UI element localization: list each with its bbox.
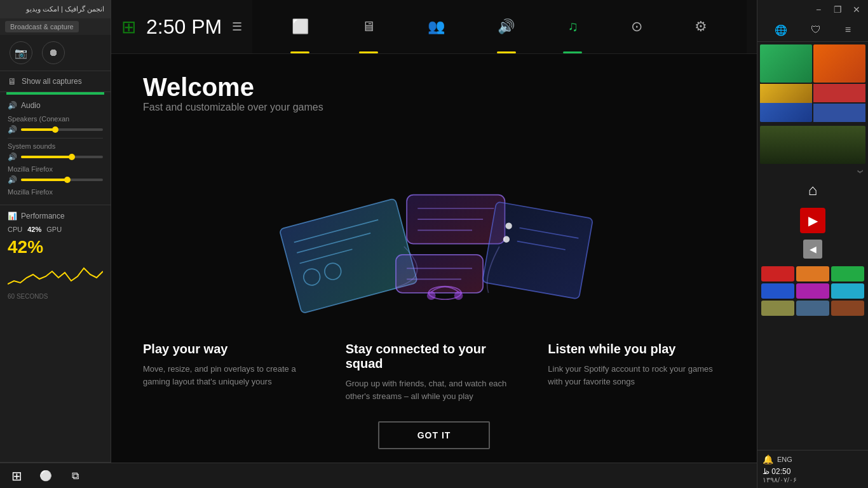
record-icon: ⏺ [48,47,58,58]
feature-play-desc: Move, resize, and pin overlays to create… [143,363,320,388]
color-dot-blue[interactable] [761,283,794,299]
color-swatches [757,42,868,125]
svg-rect-1 [280,198,418,313]
right-arrow-row: ◀ [757,236,868,262]
nav-item-settings[interactable]: ⚙ [687,0,715,53]
nav-item-audio[interactable]: 🔊 [490,0,522,53]
squad-nav-icon: 👥 [428,18,445,35]
feature-card-connected: Stay connected to your squad Group up wi… [346,342,523,402]
minimize-button[interactable]: − [812,3,825,16]
window-controls: − ❐ ✕ [757,0,868,19]
overlay-area: ⊞ 2:50 PM ☰ ⬜ 🖥 👥 🔊 ♫ [111,0,757,488]
right-icon-1[interactable]: 🌐 [775,24,787,36]
taskbar-time-display: 02:50 ظ [763,467,790,476]
system-sounds-volume-icon: 🔊 [8,152,17,161]
feature-connected-desc: Group up with friends, chat, and watch e… [346,377,523,402]
nav-item-spotify[interactable]: ♫ [560,0,586,53]
system-sounds-thumb [69,154,75,160]
right-icon-3[interactable]: ≡ [845,24,851,36]
sparkline-line [8,268,103,284]
speaker-volume-row: 🔊 [8,125,103,134]
capture-nav-indicator [290,51,309,53]
gpu-label: GPU [46,226,62,233]
welcome-illustration [243,126,625,329]
mozilla-ff1-volume-icon: 🔊 [8,175,17,184]
right-notification-button[interactable]: ▶ [800,208,825,233]
color-dot-brown[interactable] [831,301,864,316]
audio-divider [8,138,103,139]
show-all-captures-row[interactable]: 🖥 Show all captures [0,71,111,92]
broadcast-capture-tab[interactable]: Broadcast & capture [5,21,79,32]
duration-label: 60 SECONDS [8,293,103,300]
svg-rect-17 [482,201,593,299]
color-dot-cyan[interactable] [831,283,864,299]
feature-listen-title: Listen while you play [548,342,725,356]
swatch-orange[interactable] [813,44,865,83]
show-all-captures-label: Show all captures [22,77,82,86]
swatch-red-sub[interactable] [813,84,865,102]
system-sounds-label: System sounds [8,142,103,150]
camera-icon: 📷 [15,47,27,59]
performance-icon: 📊 [8,212,17,220]
task-view-button[interactable]: ⧉ [64,464,86,487]
settings-nav-indicator [691,51,710,53]
svg-point-24 [454,291,463,300]
performance-header: 📊 Performance [8,212,103,220]
welcome-content: Welcome Fast and customizable over your … [111,54,757,462]
right-icons-row: 🌐 🛡 ≡ [757,19,868,42]
search-taskbar-icon: ⚪ [39,470,52,482]
sidebar-top-bar-text: انجمن گرافیک | امکت ویدیو [26,5,104,13]
cpu-value: 42% [27,226,41,233]
landscape-image [760,126,865,164]
monitor-nav-indicator [359,51,378,53]
nav-item-watch[interactable]: ⊙ [623,0,650,53]
feature-card-play: Play your way Move, resize, and pin over… [143,342,320,402]
right-arrow-button[interactable]: ◀ [803,240,822,259]
mozilla-firefox-label-2: Mozilla Firefox [8,188,103,196]
sparkline-svg [8,259,103,290]
mozilla-ff1-volume-slider[interactable] [21,179,103,181]
start-button[interactable]: ⊞ [5,464,28,487]
right-icon-2[interactable]: 🛡 [811,24,821,36]
right-color-grid [757,262,868,320]
search-button[interactable]: ⚪ [34,464,57,487]
color-dot-purple[interactable] [796,283,829,299]
settings-nav-icon: ⚙ [695,18,707,35]
swatch-multi [813,84,865,122]
got-it-button[interactable]: GOT IT [378,421,491,449]
system-sounds-volume-slider[interactable] [21,156,103,158]
restore-button[interactable]: ❐ [831,3,844,16]
capture-nav-icon: ⬜ [292,18,309,35]
swatch-blue[interactable] [760,84,812,122]
speaker-volume-slider[interactable] [21,128,103,131]
nav-item-squad[interactable]: 👥 [420,0,452,53]
color-dot-steel[interactable] [796,301,829,316]
sparkline-chart [8,259,103,290]
nav-item-monitor[interactable]: 🖥 [354,0,383,53]
close-button[interactable]: ✕ [850,3,863,16]
windows-taskbar: ⊞ ⚪ ⧉ [0,463,757,488]
audio-nav-indicator [497,51,516,53]
record-capture-button[interactable]: ⏺ [42,41,65,64]
illustration-area [137,126,731,329]
color-dot-green[interactable] [831,266,864,281]
audio-icon: 🔊 [8,101,17,110]
nav-item-capture[interactable]: ⬜ [284,0,316,53]
color-dot-red[interactable] [761,266,794,281]
swatch-green[interactable] [760,44,812,83]
swatch-blue-sub[interactable] [813,104,865,122]
right-home-button[interactable]: ⌂ [757,175,868,205]
welcome-title: Welcome [143,73,254,102]
camera-capture-button[interactable]: 📷 [10,41,32,64]
right-device [482,201,593,299]
taskbar-date-display: ۱۳۹۸/۰۷/۰۶ [763,476,797,484]
color-dot-orange[interactable] [796,266,829,281]
right-label: پ [757,165,868,175]
watch-nav-icon: ⊙ [631,18,642,35]
mozilla-firefox-label-1: Mozilla Firefox [8,165,103,173]
color-dot-olive[interactable] [761,301,794,316]
taskbar-notification-icon[interactable]: 🔔 [763,454,773,464]
time-display: 2:50 PM [146,15,222,39]
speaker-volume-fill [21,128,54,131]
hamburger-icon[interactable]: ☰ [232,20,242,34]
